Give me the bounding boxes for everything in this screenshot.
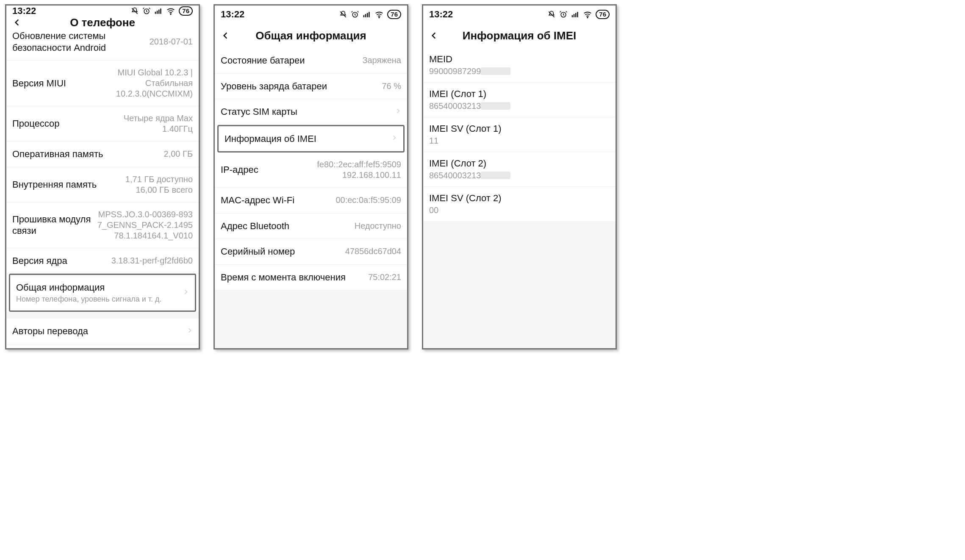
- row-label: Обновление системы безопасности Android: [12, 30, 150, 53]
- row-value: MIUI Global 10.2.3 | Стабильная 10.2.3.0…: [116, 67, 193, 99]
- row-label: Прошивка модуля связи: [12, 213, 93, 237]
- row-ip[interactable]: IP-адрес fe80::2ec:aff:fef5:9509 192.168…: [215, 152, 407, 188]
- svg-rect-14: [574, 14, 575, 17]
- row-value: 3.18.31-perf-gf2fd6b0: [111, 255, 193, 266]
- status-time: 13:22: [12, 6, 36, 17]
- row-label: MEID: [429, 54, 610, 65]
- row-label: IMEI SV (Слот 1): [429, 123, 610, 134]
- section-spacer: [6, 312, 199, 319]
- row-imei2-sv: IMEI SV (Слот 2) 00: [423, 187, 616, 221]
- svg-rect-8: [365, 14, 366, 17]
- row-meid: MEID 99000987299: [423, 48, 616, 83]
- row-sublabel: Номер телефона, уровень сигнала и т. д.: [16, 294, 180, 304]
- row-storage[interactable]: Внутренняя память 1,71 ГБ доступно 16,00…: [6, 167, 199, 202]
- row-imei-info-highlighted[interactable]: Информация об IMEI: [217, 125, 405, 153]
- row-value: 11: [429, 136, 610, 146]
- svg-rect-15: [575, 13, 577, 17]
- row-battery-level[interactable]: Уровень заряда батареи 76 %: [215, 74, 407, 100]
- row-uptime[interactable]: Время с момента включения 75:02:21: [215, 265, 407, 290]
- row-value: 76 %: [382, 81, 401, 91]
- row-miui-version[interactable]: Версия MIUI MIUI Global 10.2.3 | Стабиль…: [6, 61, 199, 106]
- alarm-icon: [351, 10, 359, 19]
- svg-rect-16: [577, 12, 578, 17]
- row-translators[interactable]: Авторы перевода: [6, 319, 199, 344]
- row-label: Внутренняя память: [12, 179, 125, 191]
- status-right: 76: [339, 10, 401, 19]
- row-label: IMEI (Слот 1): [429, 89, 610, 100]
- header: Общая информация: [215, 23, 407, 48]
- row-label: IP-адрес: [221, 164, 317, 176]
- header: О телефоне: [6, 17, 199, 28]
- chevron-right-icon: [187, 326, 193, 337]
- row-label: IMEI (Слот 2): [429, 158, 610, 169]
- row-label: Серийный номер: [221, 246, 345, 258]
- row-label: Версия ядра: [12, 255, 111, 267]
- row-ram[interactable]: Оперативная память 2,00 ГБ: [6, 141, 199, 167]
- row-legal[interactable]: Юридическая информация: [6, 344, 199, 350]
- back-button[interactable]: [423, 23, 444, 48]
- alarm-icon: [142, 7, 151, 15]
- header: Информация об IMEI: [423, 23, 616, 48]
- page-title: Информация об IMEI: [423, 29, 616, 42]
- status-right: 76: [547, 10, 610, 19]
- row-label: Состояние батареи: [221, 55, 362, 67]
- wifi-icon: [374, 10, 384, 19]
- row-sim-status[interactable]: Статус SIM карты: [215, 99, 407, 125]
- svg-rect-4: [160, 8, 161, 14]
- signal-icon: [363, 10, 371, 19]
- row-value: 2018-07-01: [150, 36, 193, 47]
- row-bt[interactable]: Адрес Bluetooth Недоступно: [215, 213, 407, 239]
- row-value: 99000987299: [429, 67, 610, 76]
- phone-screen-imei: 13:22 76 Информация об IMEI MEID 9900098…: [422, 4, 617, 349]
- svg-point-17: [587, 17, 588, 18]
- svg-point-11: [379, 17, 380, 18]
- row-value: 2,00 ГБ: [164, 149, 193, 159]
- battery-badge: 76: [596, 10, 610, 19]
- row-value: 86540003213: [429, 101, 610, 111]
- signal-icon: [571, 10, 580, 19]
- status-bar: 13:22 76: [6, 6, 199, 17]
- mute-icon: [130, 7, 139, 15]
- row-imei2: IMEI (Слот 2) 86540003213: [423, 152, 616, 187]
- row-value: MPSS.JO.3.0-00369-8937_GENNS_PACK-2.1495…: [94, 209, 193, 241]
- page-title: О телефоне: [6, 16, 199, 29]
- mute-icon: [339, 10, 347, 19]
- redaction-mask: [481, 67, 510, 75]
- row-label: Общая информация: [16, 282, 180, 294]
- row-value: 86540003213: [429, 171, 610, 180]
- chevron-right-icon: [395, 106, 401, 117]
- row-label: Авторы перевода: [12, 325, 183, 337]
- row-mac[interactable]: MAC-адрес Wi-Fi 00:ec:0a:f5:95:09: [215, 188, 407, 213]
- blank-area: [215, 290, 407, 348]
- row-serial[interactable]: Серийный номер 47856dc67d04: [215, 239, 407, 265]
- back-button[interactable]: [6, 17, 28, 28]
- row-battery-state[interactable]: Состояние батареи Заряжена: [215, 48, 407, 74]
- row-label: MAC-адрес Wi-Fi: [221, 194, 336, 206]
- row-label: Время с момента включения: [221, 272, 368, 283]
- row-cpu[interactable]: Процессор Четыре ядра Max 1.40ГГц: [6, 106, 199, 141]
- row-value: Четыре ядра Max 1.40ГГц: [94, 113, 193, 134]
- svg-rect-2: [157, 11, 158, 14]
- back-button[interactable]: [215, 23, 236, 48]
- chevron-right-icon: [183, 287, 189, 298]
- row-baseband[interactable]: Прошивка модуля связи MPSS.JO.3.0-00369-…: [6, 202, 199, 248]
- row-kernel[interactable]: Версия ядра 3.18.31-perf-gf2fd6b0: [6, 248, 199, 274]
- page-title: Общая информация: [215, 29, 407, 42]
- row-imei1-sv: IMEI SV (Слот 1) 11: [423, 117, 616, 152]
- row-imei1: IMEI (Слот 1) 86540003213: [423, 83, 616, 117]
- battery-badge: 76: [179, 6, 193, 16]
- row-value: 47856dc67d04: [345, 246, 401, 257]
- wifi-icon: [166, 6, 175, 16]
- wifi-icon: [583, 10, 592, 19]
- status-list: Состояние батареи Заряжена Уровень заряд…: [215, 48, 407, 348]
- status-time: 13:22: [221, 9, 244, 20]
- row-label: Уровень заряда батареи: [221, 80, 382, 92]
- row-status-highlighted[interactable]: Общая информация Номер телефона, уровень…: [9, 274, 196, 312]
- status-bar: 13:22 76: [423, 6, 616, 23]
- row-security-update[interactable]: Обновление системы безопасности Android …: [6, 28, 199, 61]
- row-label: Информация об IMEI: [225, 133, 388, 145]
- row-label: Оперативная память: [12, 148, 164, 160]
- mute-icon: [547, 10, 556, 19]
- svg-rect-3: [158, 10, 160, 14]
- redaction-mask: [481, 102, 510, 110]
